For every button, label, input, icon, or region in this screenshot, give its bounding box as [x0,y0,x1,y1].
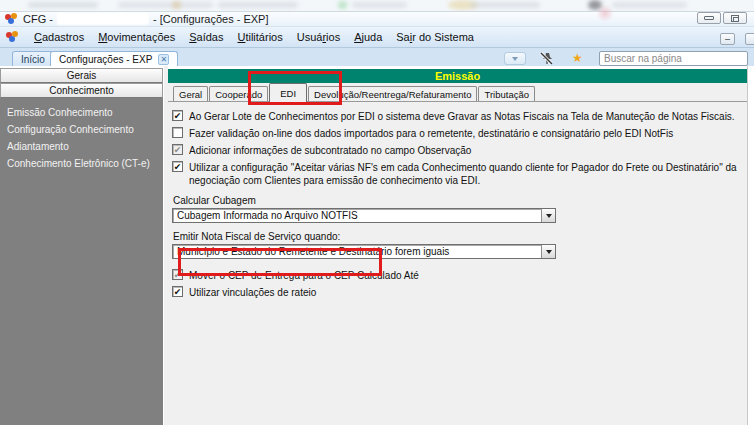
menu-item-movimentacoes[interactable]: Movimentações [91,29,182,45]
maximize-icon [731,15,739,22]
checkbox[interactable] [172,161,183,172]
checkbox-label: Utilizar vinculações de rateio [189,286,316,299]
window-title-prefix: CFG - [23,13,53,25]
unpin-button[interactable] [538,52,554,65]
checkbox-row-validacao-online[interactable]: Fazer validação on-line dos dados import… [172,127,747,140]
checkbox-label: Fazer validação on-line dos dados import… [189,127,673,140]
mdi-restore-button[interactable] [745,33,754,45]
chevron-down-icon [546,250,552,254]
sidebar-section-gerais[interactable]: Gerais [0,68,163,83]
window-title-suffix: - [Configurações - EXP] [153,13,269,25]
sidebar-item-adiantamento[interactable]: Adiantamento [7,138,163,155]
pin-slash-icon [540,52,553,65]
search-input[interactable] [599,51,748,66]
tab-label: Início [21,54,45,65]
checkbox-label: Adicionar informações de subcontratado n… [189,144,471,157]
redacted-title-region [57,13,149,25]
sidebar-item-conhecimento-eletronico[interactable]: Conhecimento Eletrônico (CT-e) [7,155,163,172]
sidebar-item-emissao-conhecimento[interactable]: Emissão Conhecimento [7,104,163,121]
checkbox [172,144,183,155]
sidebar-section-conhecimento[interactable]: Conhecimento [0,83,163,98]
title-bar: CFG - - [Configurações - EXP] [0,11,754,27]
calcular-cubagem-label: Calcular Cubagem [173,195,747,206]
checkbox[interactable] [172,110,183,121]
menu-item-ajuda[interactable]: Ajuda [347,29,389,45]
calcular-cubagem-select[interactable]: Cubagem Informada no Arquivo NOTFIS [172,208,556,223]
blur-artifact [118,2,213,8]
menu-bar: Cadastros Movimentações Saídas Utilitári… [0,27,754,48]
menu-item-utilitarios[interactable]: Utilitários [230,29,289,45]
checkbox[interactable] [172,127,183,138]
annotation-box-edi-tab [248,71,342,105]
blur-artifact [612,2,687,8]
checkbox-row-gravar-notas[interactable]: Ao Gerar Lote de Conhecimentos por EDI o… [172,110,747,123]
combo-arrow-button[interactable] [541,245,555,258]
maximize-button[interactable] [723,12,747,24]
sidebar: Gerais Conhecimento Emissão Conhecimento… [0,66,163,425]
mdi-minimize-button[interactable]: – [720,33,735,45]
main-panel: Emissão Geral Cooperado EDI Devolução/Re… [168,66,748,425]
close-icon[interactable]: ✕ [158,54,169,65]
tab-tributacao[interactable]: Tributação [478,86,535,101]
app-icon [6,31,19,43]
app-icon [5,13,18,25]
checkbox-row-vinculacoes-rateio[interactable]: Utilizar vinculações de rateio [172,286,747,299]
dropdown-toolbar-button[interactable] [504,52,526,65]
minimize-button[interactable] [697,12,721,24]
sidebar-item-configuracao-conhecimento[interactable]: Configuração Conhecimento [7,121,163,138]
blur-artifact [596,4,614,22]
checkbox-row-subcontratado[interactable]: Adicionar informações de subcontratado n… [172,144,747,157]
tab-inicio[interactable]: Início [12,51,54,66]
checkbox[interactable] [172,286,183,297]
chevron-down-icon [512,57,518,61]
combo-arrow-button[interactable] [541,209,555,222]
menu-item-sair-do-sistema[interactable]: Sair do Sistema [389,29,481,45]
blur-artifact [470,2,540,8]
favorites-button[interactable]: ★ [570,52,585,65]
application-window: CFG - - [Configurações - EXP] Cadastros … [0,0,754,425]
workspace: Gerais Conhecimento Emissão Conhecimento… [0,66,754,425]
blur-artifact [218,2,298,8]
background-blur-strip [0,0,754,11]
sidebar-section-label: Gerais [67,70,96,81]
select-value: Cubagem Informada no Arquivo NOTFIS [173,210,541,221]
checkbox-row-varias-nfs[interactable]: Utilizar a configuração "Aceitar várias … [172,161,747,187]
emitir-nota-fiscal-label: Emitir Nota Fiscal de Serviço quando: [173,231,747,242]
chevron-down-icon [546,214,552,218]
star-icon: ★ [572,52,583,65]
blur-artifact [338,1,347,9]
blur-artifact [28,2,98,8]
minimize-icon [704,16,714,20]
menu-item-saidas[interactable]: Saídas [182,29,230,45]
tab-label: Configurações - EXP [59,54,152,65]
menu-item-usuarios[interactable]: Usuários [290,29,347,45]
sidebar-section-label: Conhecimento [49,85,113,96]
sidebar-item-list: Emissão Conhecimento Configuração Conhec… [0,98,163,172]
tab-geral[interactable]: Geral [173,86,208,101]
checkbox-label: Utilizar a configuração "Aceitar várias … [189,161,745,187]
tab-configuracoes-exp[interactable]: Configurações - EXP ✕ [50,51,178,66]
blur-artifact [352,2,407,8]
annotation-box-vinculacoes-rateio [178,248,382,276]
checkbox-label: Ao Gerar Lote de Conhecimentos por EDI o… [189,110,735,123]
menu-item-cadastros[interactable]: Cadastros [27,29,91,45]
blur-artifact [172,1,181,9]
